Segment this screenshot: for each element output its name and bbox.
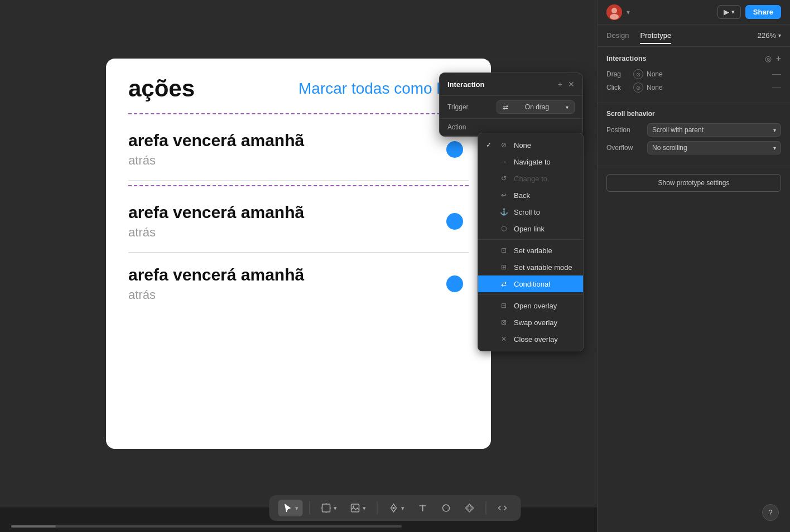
separator-2 <box>478 294 583 295</box>
action-setvariablemode-item[interactable]: ⊞ Set variable mode <box>478 259 583 275</box>
none-icon: ⊘ <box>499 141 508 149</box>
task-subtitle-2: atrás <box>128 225 469 240</box>
design-tab[interactable]: Design <box>606 28 629 43</box>
action-openoverlay-item[interactable]: ⊟ Open overlay <box>478 297 583 314</box>
right-panel: ▾ ▶ ▾ Share Design Prototype 226% ▾ Inte… <box>597 0 790 532</box>
drag-interaction-row: Drag ⊘ None — <box>606 69 781 79</box>
image-tool-button[interactable]: ▾ <box>346 500 370 516</box>
popup-add-icon[interactable]: + <box>558 80 562 89</box>
component-tool-button[interactable] <box>460 500 479 516</box>
openoverlay-label: Open overlay <box>514 302 557 310</box>
action-dropdown: ✓ ⊘ None → Navigate to ↺ Change to ↩ Bac… <box>478 133 584 351</box>
design-card: ações Marcar todas como lidas arefa venc… <box>106 59 491 449</box>
action-back-item[interactable]: ↩ Back <box>478 187 583 204</box>
click-interaction-row: Click ⊘ None — <box>606 83 781 93</box>
text-tool-button[interactable] <box>413 500 432 516</box>
setvariable-label: Set variable <box>514 246 552 255</box>
click-circle-icon: ⊘ <box>633 83 643 93</box>
navigate-icon: → <box>499 157 508 166</box>
action-swapoverlay-item[interactable]: ⊠ Swap overlay <box>478 314 583 331</box>
task-item-3[interactable]: arefa vencerá amanhã atrás <box>128 253 469 315</box>
action-openlink-item[interactable]: ⬡ Open link <box>478 220 583 237</box>
drag-label: Drag <box>606 70 629 78</box>
position-select[interactable]: Scroll with parent ▾ <box>647 123 781 137</box>
openlink-icon: ⬡ <box>499 224 508 233</box>
select-tool-button[interactable]: ▾ <box>278 500 303 516</box>
separator-1 <box>478 239 583 240</box>
task-item-2[interactable]: arefa vencerá amanhã atrás <box>128 191 469 253</box>
add-interaction-icon[interactable]: + <box>776 54 781 64</box>
help-button[interactable]: ? <box>762 504 779 521</box>
scrollbar-thumb <box>11 525 56 528</box>
task-dot-1 <box>446 141 463 158</box>
task-title-1: arefa vencerá amanhã <box>128 131 469 150</box>
setvariablemode-icon: ⊞ <box>499 263 508 272</box>
drag-remove-button[interactable]: — <box>772 69 781 79</box>
trigger-icon: ⇄ <box>503 103 508 111</box>
card-header: ações Marcar todas como lidas <box>128 75 469 102</box>
svg-point-10 <box>443 505 450 511</box>
action-conditional-item[interactable]: ⇄ Conditional <box>478 275 583 292</box>
trigger-select[interactable]: ⇄ On drag ▾ <box>497 100 575 114</box>
drag-circle-icon: ⊘ <box>633 69 643 79</box>
show-prototype-settings-button[interactable]: Show prototype settings <box>606 174 781 192</box>
click-label: Click <box>606 84 629 91</box>
overflow-value: No scrolling <box>652 144 687 152</box>
frame-tool-dropdown[interactable]: ▾ <box>334 505 337 512</box>
zoom-control[interactable]: 226% ▾ <box>758 31 781 40</box>
popup-header: Interaction + ✕ <box>440 73 582 96</box>
play-dropdown[interactable]: ▾ <box>731 8 735 16</box>
task-subtitle-1: atrás <box>128 153 469 168</box>
avatar-dropdown-icon[interactable]: ▾ <box>627 8 630 16</box>
click-badge: ⊘ None <box>633 83 768 93</box>
image-tool-dropdown[interactable]: ▾ <box>363 505 366 512</box>
topbar-right: ▶ ▾ Share <box>717 5 781 19</box>
setvariable-icon: ⊡ <box>499 246 508 255</box>
pen-tool-dropdown[interactable]: ▾ <box>401 505 404 512</box>
separator-3 <box>486 501 486 515</box>
interactions-section: Interactions ◎ + Drag ⊘ None — Click ⊘ N… <box>598 47 790 103</box>
play-button[interactable]: ▶ ▾ <box>717 5 741 19</box>
setvariablemode-label: Set variable mode <box>514 263 572 272</box>
divider-top <box>128 113 469 114</box>
back-icon: ↩ <box>499 191 508 200</box>
avatar <box>606 4 622 20</box>
overflow-select[interactable]: No scrolling ▾ <box>647 141 781 154</box>
popup-title: Interaction <box>447 80 484 89</box>
pen-tool-button[interactable]: ▾ <box>384 500 409 516</box>
click-value: None <box>647 84 663 91</box>
prototype-tab[interactable]: Prototype <box>640 28 671 44</box>
prototype-icon: ◎ <box>765 54 772 63</box>
navigate-label: Navigate to <box>514 158 551 166</box>
closeoverlay-label: Close overlay <box>514 335 558 344</box>
popup-close-icon[interactable]: ✕ <box>568 80 575 89</box>
action-none-item[interactable]: ✓ ⊘ None <box>478 137 583 153</box>
closeoverlay-icon: ✕ <box>499 335 508 344</box>
scroll-icon: ⚓ <box>499 207 508 216</box>
action-closeoverlay-item[interactable]: ✕ Close overlay <box>478 331 583 347</box>
panel-tabs: Design Prototype 226% ▾ <box>598 25 790 47</box>
action-scroll-item[interactable]: ⚓ Scroll to <box>478 204 583 220</box>
interactions-icons: ◎ + <box>765 54 781 64</box>
overflow-label: Overflow <box>606 144 643 152</box>
action-setvariable-item[interactable]: ⊡ Set variable <box>478 242 583 259</box>
overflow-chevron-icon: ▾ <box>773 145 776 151</box>
shape-tool-button[interactable] <box>437 500 456 516</box>
popup-icons: + ✕ <box>558 80 575 89</box>
conditional-label: Conditional <box>514 280 550 288</box>
task-item-1[interactable]: arefa vencerá amanhã atrás <box>128 119 469 181</box>
action-label: Action <box>447 123 475 131</box>
bottom-scrollbar[interactable] <box>11 525 402 528</box>
task-title-3: arefa vencerá amanhã <box>128 265 469 284</box>
code-tool-button[interactable] <box>493 500 512 516</box>
zoom-value: 226% <box>758 31 776 40</box>
frame-tool-button[interactable]: ▾ <box>317 500 341 516</box>
select-tool-dropdown[interactable]: ▾ <box>295 505 298 512</box>
task-title-2: arefa vencerá amanhã <box>128 203 469 222</box>
swapoverlay-label: Swap overlay <box>514 318 557 327</box>
share-button[interactable]: Share <box>745 5 781 19</box>
click-remove-button[interactable]: — <box>772 83 781 93</box>
action-change-item[interactable]: ↺ Change to <box>478 170 583 187</box>
svg-rect-0 <box>322 504 330 512</box>
action-navigate-item[interactable]: → Navigate to <box>478 153 583 170</box>
